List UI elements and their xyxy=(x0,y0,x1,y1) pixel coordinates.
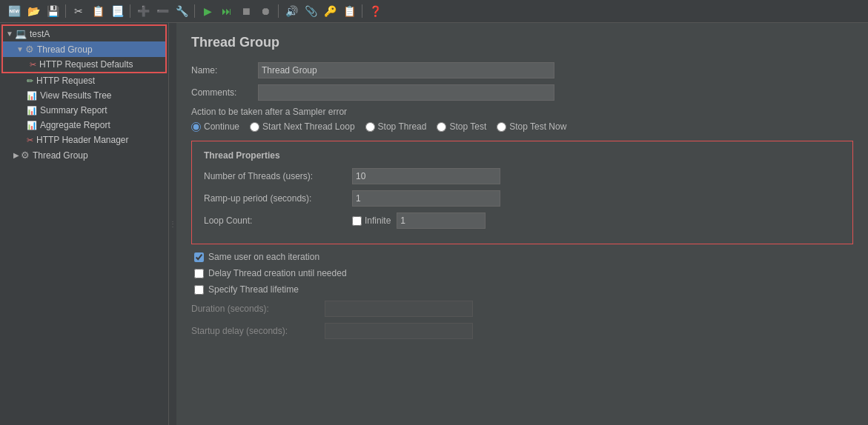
tree-item-thread-group-2[interactable]: ▶ ⚙ Thread Group xyxy=(0,147,168,163)
template-icon[interactable]: 📎 xyxy=(302,3,319,19)
view-results-icon: 📊 xyxy=(27,91,37,101)
thread-group-2-label: Thread Group xyxy=(33,150,88,161)
remote-icon[interactable]: 🔊 xyxy=(283,3,299,19)
num-threads-input[interactable] xyxy=(352,168,500,184)
comments-row: Comments: xyxy=(191,84,853,101)
help-icon[interactable]: ❓ xyxy=(367,3,383,19)
http-header-icon: ✂ xyxy=(27,135,33,145)
ramp-up-row: Ramp-up period (seconds): xyxy=(204,190,841,207)
right-panel: Thread Group Name: Comments: Action to b… xyxy=(176,23,868,425)
open-icon[interactable]: 📂 xyxy=(25,3,42,19)
stop-thread-label: Stop Thread xyxy=(378,121,427,132)
panel-title: Thread Group xyxy=(191,35,853,50)
radio-start-next[interactable]: Start Next Thread Loop xyxy=(250,121,355,132)
radio-group: Continue Start Next Thread Loop Stop Thr… xyxy=(191,121,853,132)
aggregate-report-icon: 📊 xyxy=(27,121,37,130)
testa-icon: 💻 xyxy=(15,28,27,39)
stop-test-now-label: Stop Test Now xyxy=(509,121,566,132)
http-defaults-label: HTTP Request Defaults xyxy=(39,59,133,70)
arrow-testa: ▼ xyxy=(6,30,13,38)
duration-input[interactable] xyxy=(325,301,473,317)
toolbar: 🆕 📂 💾 ✂ 📋 📃 ➕ ➖ 🔧 ▶ ⏭ ⏹ ⏺ 🔊 📎 🔑 📋 ❓ xyxy=(0,0,868,23)
thread-group-2-icon: ⚙ xyxy=(21,150,30,161)
stop-test-label: Stop Test xyxy=(449,121,486,132)
num-threads-label: Number of Threads (users): xyxy=(204,171,352,181)
delay-thread-label: Delay Thread creation until needed xyxy=(208,268,347,278)
tree-item-aggregate-report[interactable]: 📊 Aggregate Report xyxy=(0,118,168,133)
thread-group-icon: ⚙ xyxy=(25,44,34,55)
ramp-up-label: Ramp-up period (seconds): xyxy=(204,193,352,204)
testa-label: testA xyxy=(30,29,50,39)
sep5 xyxy=(362,4,362,18)
continue-label: Continue xyxy=(204,121,239,132)
tree-item-http-header[interactable]: ✂ HTTP Header Manager xyxy=(0,133,168,147)
loop-infinite-checkbox[interactable] xyxy=(352,216,362,226)
save-icon[interactable]: 💾 xyxy=(44,3,61,19)
action-label: Action to be taken after a Sampler error xyxy=(191,107,853,117)
sep1 xyxy=(65,4,66,18)
loop-count-input[interactable] xyxy=(397,212,486,229)
new-icon[interactable]: 🆕 xyxy=(6,3,22,19)
tree-item-summary-report[interactable]: 📊 Summary Report xyxy=(0,103,168,118)
thread-properties-title: Thread Properties xyxy=(204,150,841,161)
shutdown-icon[interactable]: ⏺ xyxy=(257,3,274,19)
stop-icon[interactable]: ⏹ xyxy=(238,3,254,19)
view-results-label: View Results Tree xyxy=(40,90,112,101)
main-content: ▼ 💻 testA ▼ ⚙ Thread Group ✂ HTTP Reques… xyxy=(0,23,868,425)
tree-item-view-results[interactable]: 📊 View Results Tree xyxy=(0,88,168,103)
radio-stop-thread[interactable]: Stop Thread xyxy=(365,121,427,132)
same-user-checkbox[interactable] xyxy=(194,252,204,262)
radio-continue[interactable]: Continue xyxy=(191,121,239,132)
arrow-thread-group-2: ▶ xyxy=(13,151,19,159)
thread-group-label: Thread Group xyxy=(37,44,93,55)
loop-infinite-checkbox-group[interactable]: Infinite xyxy=(352,215,391,226)
startup-delay-input[interactable] xyxy=(325,323,473,339)
function-icon[interactable]: 🔑 xyxy=(322,3,338,19)
radio-stop-test[interactable]: Stop Test xyxy=(437,121,486,132)
search-icon[interactable]: 📋 xyxy=(341,3,357,19)
specify-lifetime-label: Specify Thread lifetime xyxy=(208,284,299,295)
run-no-pauses-icon[interactable]: ⏭ xyxy=(219,3,235,19)
delay-thread-row: Delay Thread creation until needed xyxy=(194,268,853,278)
run-icon[interactable]: ▶ xyxy=(199,3,216,19)
name-label: Name: xyxy=(191,65,258,76)
specify-lifetime-row: Specify Thread lifetime xyxy=(194,284,853,295)
arrow-thread-group: ▼ xyxy=(16,45,24,53)
duration-row: Duration (seconds): xyxy=(191,301,853,317)
tree-item-http-defaults[interactable]: ✂ HTTP Request Defaults xyxy=(3,57,165,72)
copy-icon[interactable]: 📋 xyxy=(90,3,106,19)
sep4 xyxy=(278,4,279,18)
http-request-icon: ✏ xyxy=(27,76,33,86)
radio-stop-test-now[interactable]: Stop Test Now xyxy=(497,121,566,132)
sep3 xyxy=(194,4,195,18)
tree-item-testa[interactable]: ▼ 💻 testA xyxy=(3,26,165,41)
tree-item-thread-group[interactable]: ▼ ⚙ Thread Group xyxy=(3,41,165,57)
tree-item-http-request[interactable]: ✏ HTTP Request xyxy=(0,73,168,88)
sep2 xyxy=(130,4,130,18)
paste-icon[interactable]: 📃 xyxy=(109,3,125,19)
same-user-row: Same user on each iteration xyxy=(194,252,853,262)
specify-lifetime-checkbox[interactable] xyxy=(194,285,204,295)
ramp-up-input[interactable] xyxy=(352,190,500,207)
drag-handle[interactable]: ⋮ xyxy=(169,23,176,425)
start-next-label: Start Next Thread Loop xyxy=(262,121,355,132)
expand-icon[interactable]: ➕ xyxy=(135,3,151,19)
name-input[interactable] xyxy=(258,62,554,78)
summary-report-icon: 📊 xyxy=(27,106,37,116)
thread-properties-box: Thread Properties Number of Threads (use… xyxy=(191,141,853,244)
name-row: Name: xyxy=(191,62,853,78)
startup-delay-row: Startup delay (seconds): xyxy=(191,323,853,339)
duration-label: Duration (seconds): xyxy=(191,304,325,314)
http-header-label: HTTP Header Manager xyxy=(36,135,129,145)
loop-count-label: Loop Count: xyxy=(204,215,352,226)
summary-report-label: Summary Report xyxy=(40,105,107,116)
num-threads-row: Number of Threads (users): xyxy=(204,168,841,184)
http-request-label: HTTP Request xyxy=(36,76,95,86)
settings-icon[interactable]: 🔧 xyxy=(173,3,190,19)
collapse-icon[interactable]: ➖ xyxy=(154,3,170,19)
http-defaults-icon: ✂ xyxy=(30,60,36,70)
left-panel: ▼ 💻 testA ▼ ⚙ Thread Group ✂ HTTP Reques… xyxy=(0,23,169,425)
comments-input[interactable] xyxy=(258,84,554,101)
cut-icon[interactable]: ✂ xyxy=(70,3,87,19)
delay-thread-checkbox[interactable] xyxy=(194,269,204,278)
